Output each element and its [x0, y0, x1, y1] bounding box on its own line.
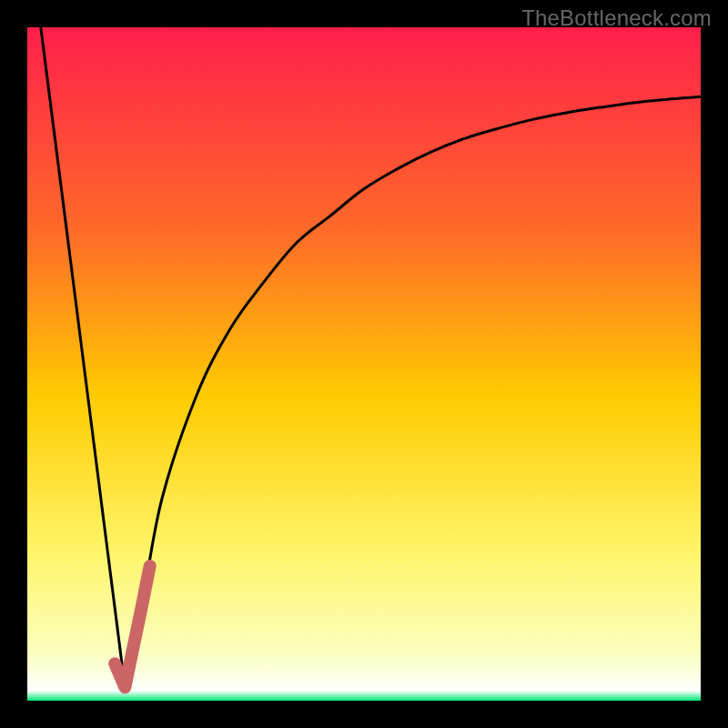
plot-area [27, 27, 701, 701]
watermark-text: TheBottleneck.com [521, 5, 712, 31]
falling-line [41, 27, 126, 687]
rising-curve [125, 96, 701, 687]
highlight-segment [115, 566, 150, 687]
chart-frame: TheBottleneck.com [0, 0, 728, 728]
chart-curves [27, 27, 701, 701]
